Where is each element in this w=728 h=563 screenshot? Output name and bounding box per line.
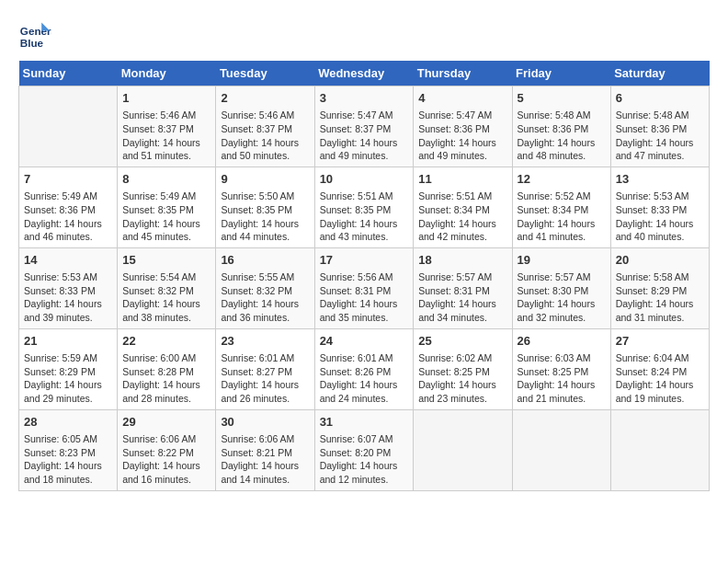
cell-content: Sunrise: 5:57 AM Sunset: 8:31 PM Dayligh… [418, 270, 506, 325]
day-header: Tuesday [216, 61, 314, 86]
calendar-cell: 16 Sunrise: 5:55 AM Sunset: 8:32 PM Dayl… [216, 247, 314, 328]
cell-content: Sunrise: 6:01 AM Sunset: 8:27 PM Dayligh… [221, 351, 309, 406]
cell-content: Sunrise: 5:59 AM Sunset: 8:29 PM Dayligh… [24, 351, 112, 406]
calendar-cell: 6 Sunrise: 5:48 AM Sunset: 8:36 PM Dayli… [610, 86, 709, 167]
logo: General Blue [18, 18, 51, 52]
cell-content: Sunrise: 5:58 AM Sunset: 8:29 PM Dayligh… [616, 270, 704, 325]
cell-content: Sunrise: 5:51 AM Sunset: 8:35 PM Dayligh… [320, 190, 409, 244]
day-number: 5 [518, 90, 606, 107]
day-number: 8 [122, 171, 210, 188]
calendar-cell: 20 Sunrise: 5:58 AM Sunset: 8:29 PM Dayl… [610, 247, 709, 328]
cell-content: Sunrise: 6:05 AM Sunset: 8:23 PM Dayligh… [24, 432, 112, 487]
day-number: 2 [221, 90, 309, 107]
day-number: 21 [24, 333, 112, 350]
day-number: 7 [24, 171, 112, 188]
svg-text:Blue: Blue [20, 37, 44, 49]
cell-content: Sunrise: 5:53 AM Sunset: 8:33 PM Dayligh… [616, 190, 704, 244]
cell-content: Sunrise: 5:53 AM Sunset: 8:33 PM Dayligh… [24, 270, 112, 325]
calendar-cell: 22 Sunrise: 6:00 AM Sunset: 8:28 PM Dayl… [118, 328, 216, 409]
cell-content: Sunrise: 6:07 AM Sunset: 8:20 PM Dayligh… [320, 432, 409, 487]
calendar-cell: 4 Sunrise: 5:47 AM Sunset: 8:36 PM Dayli… [414, 86, 512, 167]
day-header: Friday [512, 61, 610, 86]
calendar-cell: 25 Sunrise: 6:02 AM Sunset: 8:25 PM Dayl… [414, 328, 512, 409]
calendar-cell: 19 Sunrise: 5:57 AM Sunset: 8:30 PM Dayl… [512, 247, 610, 328]
calendar-cell: 24 Sunrise: 6:01 AM Sunset: 8:26 PM Dayl… [314, 328, 414, 409]
day-number: 9 [221, 171, 309, 188]
day-number: 23 [221, 333, 309, 350]
calendar-cell: 31 Sunrise: 6:07 AM Sunset: 8:20 PM Dayl… [314, 409, 414, 490]
day-number: 15 [122, 252, 210, 269]
calendar-cell: 18 Sunrise: 5:57 AM Sunset: 8:31 PM Dayl… [414, 247, 512, 328]
calendar-week: 1 Sunrise: 5:46 AM Sunset: 8:37 PM Dayli… [19, 86, 710, 167]
day-number: 29 [122, 414, 210, 431]
day-number: 26 [518, 333, 606, 350]
day-number: 28 [24, 414, 112, 431]
calendar-cell: 17 Sunrise: 5:56 AM Sunset: 8:31 PM Dayl… [314, 247, 414, 328]
cell-content: Sunrise: 5:47 AM Sunset: 8:36 PM Dayligh… [418, 109, 506, 163]
calendar-cell: 30 Sunrise: 6:06 AM Sunset: 8:21 PM Dayl… [216, 409, 314, 490]
cell-content: Sunrise: 5:46 AM Sunset: 8:37 PM Dayligh… [122, 109, 210, 163]
calendar-cell: 3 Sunrise: 5:47 AM Sunset: 8:37 PM Dayli… [314, 86, 414, 167]
day-number: 30 [221, 414, 309, 431]
calendar-cell: 7 Sunrise: 5:49 AM Sunset: 8:36 PM Dayli… [19, 167, 118, 247]
calendar-cell: 8 Sunrise: 5:49 AM Sunset: 8:35 PM Dayli… [118, 167, 216, 247]
calendar-cell: 5 Sunrise: 5:48 AM Sunset: 8:36 PM Dayli… [512, 86, 610, 167]
cell-content: Sunrise: 5:48 AM Sunset: 8:36 PM Dayligh… [518, 109, 606, 163]
calendar-header: SundayMondayTuesdayWednesdayThursdayFrid… [19, 61, 710, 86]
day-number: 6 [616, 90, 704, 107]
cell-content: Sunrise: 5:51 AM Sunset: 8:34 PM Dayligh… [418, 190, 506, 244]
day-header: Monday [118, 61, 216, 86]
day-number: 10 [320, 171, 409, 188]
calendar-cell: 2 Sunrise: 5:46 AM Sunset: 8:37 PM Dayli… [216, 86, 314, 167]
calendar-body: 1 Sunrise: 5:46 AM Sunset: 8:37 PM Dayli… [19, 86, 710, 491]
day-header: Wednesday [314, 61, 414, 86]
cell-content: Sunrise: 5:48 AM Sunset: 8:36 PM Dayligh… [616, 109, 704, 163]
day-number: 16 [221, 252, 309, 269]
calendar-cell: 10 Sunrise: 5:51 AM Sunset: 8:35 PM Dayl… [314, 167, 414, 247]
day-number: 12 [518, 171, 606, 188]
cell-content: Sunrise: 6:06 AM Sunset: 8:22 PM Dayligh… [122, 432, 210, 487]
cell-content: Sunrise: 6:02 AM Sunset: 8:25 PM Dayligh… [418, 351, 506, 406]
day-number: 1 [122, 90, 210, 107]
calendar-week: 21 Sunrise: 5:59 AM Sunset: 8:29 PM Dayl… [19, 328, 710, 409]
cell-content: Sunrise: 5:49 AM Sunset: 8:35 PM Dayligh… [122, 190, 210, 244]
calendar-cell [19, 86, 118, 167]
calendar-cell: 12 Sunrise: 5:52 AM Sunset: 8:34 PM Dayl… [512, 167, 610, 247]
day-number: 18 [418, 252, 506, 269]
calendar-cell: 11 Sunrise: 5:51 AM Sunset: 8:34 PM Dayl… [414, 167, 512, 247]
calendar-cell: 28 Sunrise: 6:05 AM Sunset: 8:23 PM Dayl… [19, 409, 118, 490]
day-number: 3 [320, 90, 409, 107]
day-number: 17 [320, 252, 409, 269]
calendar-week: 28 Sunrise: 6:05 AM Sunset: 8:23 PM Dayl… [19, 409, 710, 490]
cell-content: Sunrise: 6:00 AM Sunset: 8:28 PM Dayligh… [122, 351, 210, 406]
day-number: 22 [122, 333, 210, 350]
day-number: 4 [418, 90, 506, 107]
day-number: 25 [418, 333, 506, 350]
cell-content: Sunrise: 6:03 AM Sunset: 8:25 PM Dayligh… [518, 351, 606, 406]
cell-content: Sunrise: 5:55 AM Sunset: 8:32 PM Dayligh… [221, 270, 309, 325]
calendar-cell: 21 Sunrise: 5:59 AM Sunset: 8:29 PM Dayl… [19, 328, 118, 409]
cell-content: Sunrise: 5:54 AM Sunset: 8:32 PM Dayligh… [122, 270, 210, 325]
cell-content: Sunrise: 6:06 AM Sunset: 8:21 PM Dayligh… [221, 432, 309, 487]
calendar-week: 14 Sunrise: 5:53 AM Sunset: 8:33 PM Dayl… [19, 247, 710, 328]
calendar-cell [414, 409, 512, 490]
calendar-cell: 13 Sunrise: 5:53 AM Sunset: 8:33 PM Dayl… [610, 167, 709, 247]
logo-icon: General Blue [18, 18, 51, 52]
calendar-cell: 26 Sunrise: 6:03 AM Sunset: 8:25 PM Dayl… [512, 328, 610, 409]
page-header: General Blue [18, 18, 710, 52]
day-number: 19 [518, 252, 606, 269]
cell-content: Sunrise: 6:04 AM Sunset: 8:24 PM Dayligh… [616, 351, 704, 406]
cell-content: Sunrise: 5:57 AM Sunset: 8:30 PM Dayligh… [518, 270, 606, 325]
calendar-cell: 23 Sunrise: 6:01 AM Sunset: 8:27 PM Dayl… [216, 328, 314, 409]
cell-content: Sunrise: 6:01 AM Sunset: 8:26 PM Dayligh… [320, 351, 409, 406]
calendar-table: SundayMondayTuesdayWednesdayThursdayFrid… [18, 61, 710, 491]
calendar-cell: 27 Sunrise: 6:04 AM Sunset: 8:24 PM Dayl… [610, 328, 709, 409]
calendar-week: 7 Sunrise: 5:49 AM Sunset: 8:36 PM Dayli… [19, 167, 710, 247]
calendar-cell: 15 Sunrise: 5:54 AM Sunset: 8:32 PM Dayl… [118, 247, 216, 328]
day-number: 13 [616, 171, 704, 188]
cell-content: Sunrise: 5:46 AM Sunset: 8:37 PM Dayligh… [221, 109, 309, 163]
cell-content: Sunrise: 5:50 AM Sunset: 8:35 PM Dayligh… [221, 190, 309, 244]
day-number: 11 [418, 171, 506, 188]
calendar-cell: 14 Sunrise: 5:53 AM Sunset: 8:33 PM Dayl… [19, 247, 118, 328]
cell-content: Sunrise: 5:47 AM Sunset: 8:37 PM Dayligh… [320, 109, 409, 163]
